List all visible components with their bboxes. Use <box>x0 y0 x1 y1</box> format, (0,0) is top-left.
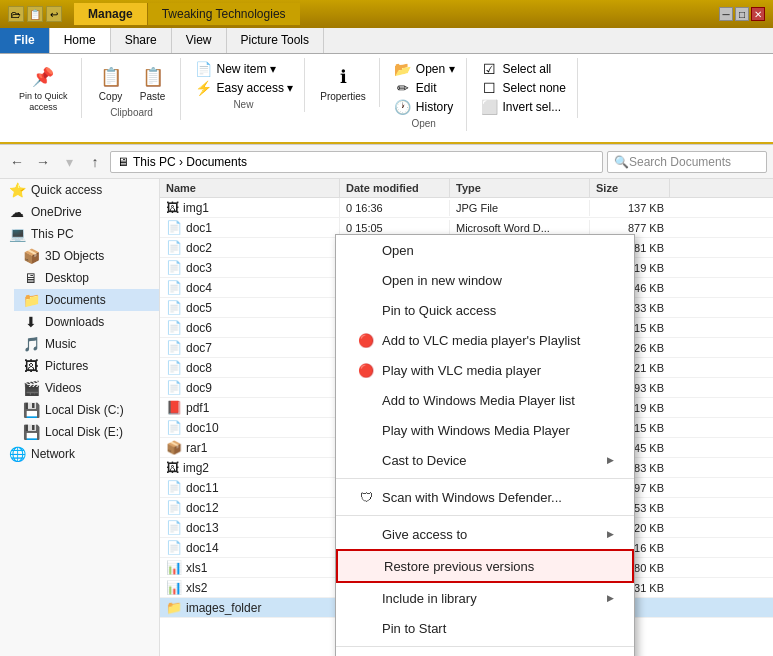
search-box[interactable]: 🔍 Search Documents <box>607 151 767 173</box>
address-bar[interactable]: 🖥 This PC › Documents <box>110 151 603 173</box>
file-icon: 📊 <box>166 560 182 575</box>
context-menu-item-add-archive[interactable]: 📦 Add to archive... <box>336 650 634 656</box>
file-name: doc5 <box>186 301 212 315</box>
sidebar-item-music[interactable]: 🎵 Music <box>14 333 159 355</box>
file-icon: 📄 <box>166 540 182 555</box>
ribbon-group-properties: ℹ Properties <box>307 58 380 107</box>
context-menu-item-restore-prev[interactable]: Restore previous versions <box>336 549 634 583</box>
copy-button[interactable]: 📋 Copy <box>92 60 130 105</box>
tab-share[interactable]: Share <box>111 28 172 53</box>
context-menu-item-include-library[interactable]: Include in library <box>336 583 634 613</box>
sidebar-item-quick-access[interactable]: ⭐ Quick access <box>0 179 159 201</box>
cm-item-label: Play with VLC media player <box>382 363 541 378</box>
file-name: doc2 <box>186 241 212 255</box>
new-item-button[interactable]: 📄 New item ▾ <box>191 60 297 78</box>
file-name-cell: 📄 doc5 <box>160 298 340 317</box>
this-pc-label: This PC <box>31 227 74 241</box>
edit-button[interactable]: ✏ Edit <box>390 79 458 97</box>
search-placeholder: Search Documents <box>629 155 731 169</box>
select-all-button[interactable]: ☑ Select all <box>477 60 569 78</box>
file-name: doc4 <box>186 281 212 295</box>
context-menu-item-play-vlc[interactable]: 🔴 Play with VLC media player <box>336 355 634 385</box>
forward-button[interactable]: → <box>32 151 54 173</box>
pin-quick-access-button[interactable]: 📌 Pin to Quickaccess <box>14 60 73 116</box>
file-icon: 📊 <box>166 580 182 595</box>
edit-icon: ✏ <box>393 80 413 96</box>
search-icon: 🔍 <box>614 155 629 169</box>
file-name: doc8 <box>186 361 212 375</box>
cm-item-inner: Restore previous versions <box>358 556 534 576</box>
close-button[interactable]: ✕ <box>751 7 765 21</box>
file-name-cell: 📁 images_folder <box>160 598 340 617</box>
sidebar-item-3d-objects[interactable]: 📦 3D Objects <box>14 245 159 267</box>
cm-item-label: Restore previous versions <box>384 559 534 574</box>
file-name: doc6 <box>186 321 212 335</box>
sidebar-item-videos[interactable]: 🎬 Videos <box>14 377 159 399</box>
open-button[interactable]: 📂 Open ▾ <box>390 60 458 78</box>
file-icon: 📄 <box>166 480 182 495</box>
file-icon: 📁 <box>166 600 182 615</box>
maximize-button[interactable]: □ <box>735 7 749 21</box>
tab-picture-tools[interactable]: Picture Tools <box>227 28 324 53</box>
title-tab-tweaking[interactable]: Tweaking Technologies <box>148 3 300 25</box>
sidebar-item-this-pc[interactable]: 💻 This PC <box>0 223 159 245</box>
col-modified[interactable]: Date modified <box>340 179 450 197</box>
col-size[interactable]: Size <box>590 179 670 197</box>
context-menu-item-cast-device[interactable]: Cast to Device <box>336 445 634 475</box>
context-menu-item-play-wmp[interactable]: Play with Windows Media Player <box>336 415 634 445</box>
file-name-cell: 📄 doc11 <box>160 478 340 497</box>
local-disk-c-label: Local Disk (C:) <box>45 403 124 417</box>
history-button[interactable]: 🕐 History <box>390 98 458 116</box>
sidebar-item-documents[interactable]: 📁 Documents <box>14 289 159 311</box>
ribbon-group-new: 📄 New item ▾ ⚡ Easy access ▾ New <box>183 58 306 112</box>
sidebar-item-network[interactable]: 🌐 Network <box>0 443 159 465</box>
context-menu-item-pin-start[interactable]: Pin to Start <box>336 613 634 643</box>
back-button[interactable]: ← <box>6 151 28 173</box>
col-name[interactable]: Name <box>160 179 340 197</box>
cm-item-inner: Include in library <box>356 588 477 608</box>
tab-home[interactable]: Home <box>50 28 111 53</box>
sidebar-item-pictures[interactable]: 🖼 Pictures <box>14 355 159 377</box>
history-label: History <box>416 100 453 114</box>
pin-icon: 📌 <box>29 63 57 91</box>
file-name: pdf1 <box>186 401 209 415</box>
context-menu-item-open[interactable]: Open <box>336 235 634 265</box>
sidebar-item-local-disk-e[interactable]: 💾 Local Disk (E:) <box>14 421 159 443</box>
pictures-label: Pictures <box>45 359 88 373</box>
paste-button[interactable]: 📋 Paste <box>134 60 172 105</box>
context-menu-item-open-new-window[interactable]: Open in new window <box>336 265 634 295</box>
easy-access-button[interactable]: ⚡ Easy access ▾ <box>191 79 297 97</box>
up-button[interactable]: ↑ <box>84 151 106 173</box>
tab-view[interactable]: View <box>172 28 227 53</box>
select-none-label: Select none <box>503 81 566 95</box>
select-none-button[interactable]: ☐ Select none <box>477 79 569 97</box>
recent-locations-button[interactable]: ▾ <box>58 151 80 173</box>
invert-selection-button[interactable]: ⬜ Invert sel... <box>477 98 569 116</box>
cm-item-label: Play with Windows Media Player <box>382 423 570 438</box>
col-type[interactable]: Type <box>450 179 590 197</box>
tab-file[interactable]: File <box>0 28 50 53</box>
file-icon: 📦 <box>166 440 182 455</box>
3d-objects-icon: 📦 <box>22 248 40 264</box>
sidebar-item-desktop[interactable]: 🖥 Desktop <box>14 267 159 289</box>
properties-button[interactable]: ℹ Properties <box>315 60 371 105</box>
minimize-button[interactable]: ─ <box>719 7 733 21</box>
invert-label: Invert sel... <box>503 100 562 114</box>
network-icon: 🌐 <box>8 446 26 462</box>
context-menu-item-give-access[interactable]: Give access to <box>336 519 634 549</box>
sidebar-item-onedrive[interactable]: ☁ OneDrive <box>0 201 159 223</box>
cm-item-icon: 🔴 <box>356 360 376 380</box>
file-icon: 📄 <box>166 280 182 295</box>
easy-access-icon: ⚡ <box>194 80 214 96</box>
file-type: JPG File <box>450 200 590 216</box>
context-menu-item-pin-quick-access[interactable]: Pin to Quick access <box>336 295 634 325</box>
sidebar-item-downloads[interactable]: ⬇ Downloads <box>14 311 159 333</box>
table-row[interactable]: 🖼 img1 0 16:36 JPG File 137 KB <box>160 198 773 218</box>
context-menu-item-scan-defender[interactable]: 🛡 Scan with Windows Defender... <box>336 482 634 512</box>
context-menu-item-add-vlc-playlist[interactable]: 🔴 Add to VLC media player's Playlist <box>336 325 634 355</box>
cm-item-inner: Pin to Start <box>356 618 446 638</box>
context-menu-item-add-wmp[interactable]: Add to Windows Media Player list <box>336 385 634 415</box>
file-name: xls2 <box>186 581 207 595</box>
title-tab-manage[interactable]: Manage <box>74 3 148 25</box>
sidebar-item-local-disk-c[interactable]: 💾 Local Disk (C:) <box>14 399 159 421</box>
